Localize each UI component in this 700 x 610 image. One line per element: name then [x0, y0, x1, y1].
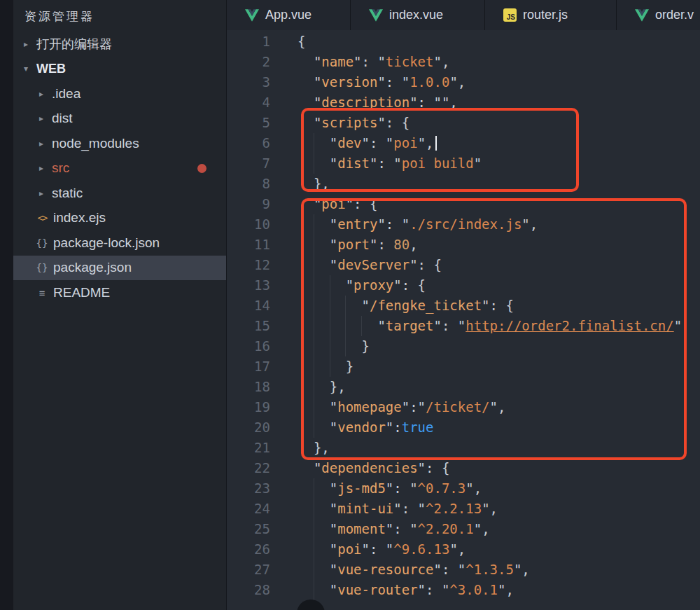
braces-icon: {}	[35, 262, 49, 273]
code-line-19[interactable]: 19 "homepage":"/ticket/",	[227, 397, 700, 417]
line-number: 22	[227, 458, 270, 478]
text-cursor	[435, 136, 437, 151]
tree-item-package-json[interactable]: {}package.json	[13, 256, 226, 281]
tree-item-readme[interactable]: ≡README	[13, 280, 226, 305]
line-number: 3	[227, 72, 270, 92]
item-label: dist	[52, 111, 73, 126]
chevron-right-icon: ▸	[35, 89, 48, 99]
code-line-1[interactable]: 1{	[227, 32, 700, 52]
code-text: "name": "ticket",	[270, 52, 449, 72]
item-label: 打开的编辑器	[36, 36, 112, 53]
tab-label: index.vue	[389, 8, 443, 22]
item-label: src	[52, 160, 69, 176]
code-line-15[interactable]: 15 "target": "http://order2.finalist.cn/…	[227, 316, 700, 336]
editor-content[interactable]: 1{2 "name": "ticket",3 "version": "1.0.0…	[227, 30, 700, 610]
tab-router-js[interactable]: JSrouter.js	[485, 0, 617, 30]
code-line-23[interactable]: 23 "js-md5": "^0.7.3",	[227, 478, 700, 499]
code-line-24[interactable]: 24 "mint-ui": "^2.2.13",	[227, 499, 700, 519]
indent-guide	[345, 296, 346, 356]
item-label: .idea	[52, 86, 80, 102]
code-line-16[interactable]: 16 }	[227, 336, 700, 356]
tab-label: order.v	[655, 8, 694, 22]
item-label: README	[53, 285, 110, 300]
section-open-editors[interactable]: ▸打开的编辑器	[13, 32, 226, 57]
line-number: 15	[227, 316, 270, 336]
code-line-26[interactable]: 26 "poi": "^9.6.13",	[227, 539, 700, 560]
code-text: "devServer": {	[270, 255, 442, 275]
code-line-20[interactable]: 20 "vendor":true	[227, 417, 700, 438]
tab-label: App.vue	[265, 8, 312, 22]
item-label: node_modules	[52, 136, 139, 151]
code-line-28[interactable]: 28 "vue-router": "^3.0.1",	[227, 580, 700, 600]
code-line-11[interactable]: 11 "port": 80,	[227, 235, 700, 255]
code-text: },	[270, 377, 346, 397]
bottom-circle-widget	[297, 599, 325, 610]
line-number: 1	[227, 32, 270, 52]
line-number: 21	[227, 438, 270, 458]
code-line-2[interactable]: 2 "name": "ticket",	[227, 52, 700, 72]
code-line-5[interactable]: 5 "scripts": {	[227, 113, 700, 133]
code-text: "homepage":"/ticket/",	[270, 397, 505, 417]
item-label: package.json	[53, 260, 132, 275]
chevron-right-icon: ▸	[35, 139, 48, 148]
indent-guide	[314, 133, 314, 174]
modified-dot-icon	[197, 164, 206, 173]
sidebar-title: 资源管理器	[13, 0, 226, 32]
code-line-8[interactable]: 8 },	[227, 174, 700, 194]
line-number: 13	[227, 275, 270, 296]
code-text: }	[270, 356, 354, 377]
code-text: }	[270, 336, 370, 356]
tree-item-static[interactable]: ▸static	[13, 181, 226, 206]
line-number: 24	[227, 499, 270, 519]
code-line-17[interactable]: 17 }	[227, 356, 700, 377]
tree-item-node-modules[interactable]: ▸node_modules	[13, 131, 226, 156]
line-number: 19	[227, 397, 270, 417]
line-number: 20	[227, 417, 270, 438]
code-line-6[interactable]: 6 "dev": "poi",	[227, 133, 700, 153]
code-line-3[interactable]: 3 "version": "1.0.0",	[227, 72, 700, 92]
line-number: 12	[227, 255, 270, 275]
line-number: 27	[227, 560, 270, 580]
tree-item-src[interactable]: ▸src	[13, 156, 226, 181]
explorer-sidebar: 资源管理器 ▸打开的编辑器▾WEB▸.idea▸dist▸node_module…	[13, 0, 226, 610]
line-number: 5	[227, 113, 270, 133]
code-text: },	[270, 174, 330, 194]
code-line-27[interactable]: 27 "vue-resource": "^1.3.5",	[227, 560, 700, 580]
line-number: 14	[227, 296, 270, 316]
tab-app-vue[interactable]: App.vue	[227, 0, 351, 30]
code-line-14[interactable]: 14 "/fengke_ticket": {	[227, 296, 700, 316]
tree-item-idea[interactable]: ▸.idea	[13, 81, 226, 106]
tree-item-index-ejs[interactable]: <>index.ejs	[13, 206, 226, 231]
code-line-4[interactable]: 4 "description": "",	[227, 92, 700, 113]
code-line-25[interactable]: 25 "moment": "^2.20.1",	[227, 519, 700, 539]
chevron-right-icon: ▸	[20, 39, 32, 49]
code-line-21[interactable]: 21 },	[227, 438, 700, 458]
tree-item-dist[interactable]: ▸dist	[13, 106, 226, 132]
code-text: "version": "1.0.0",	[270, 72, 465, 92]
angle-brackets-icon: <>	[35, 212, 49, 223]
code-line-7[interactable]: 7 "dist": "poi build"	[227, 153, 700, 174]
line-number: 9	[227, 194, 270, 214]
indent-guide	[330, 275, 330, 377]
braces-icon: {}	[35, 237, 49, 249]
item-label: static	[52, 186, 83, 201]
tab-order-v[interactable]: order.v	[617, 0, 700, 30]
section-web[interactable]: ▾WEB	[13, 57, 226, 82]
list-lines-icon: ≡	[35, 287, 49, 298]
code-line-18[interactable]: 18 },	[227, 377, 700, 397]
code-line-12[interactable]: 12 "devServer": {	[227, 255, 700, 275]
file-tree: ▸打开的编辑器▾WEB▸.idea▸dist▸node_modules▸src▸…	[13, 32, 226, 305]
code-line-22[interactable]: 22 "dependencies": {	[227, 458, 700, 478]
code-line-10[interactable]: 10 "entry": "./src/index.js",	[227, 214, 700, 235]
code-line-13[interactable]: 13 "proxy": {	[227, 275, 700, 296]
code-line-9[interactable]: 9 "poi": {	[227, 194, 700, 214]
chevron-right-icon: ▸	[35, 163, 48, 173]
tab-index-vue[interactable]: index.vue	[351, 0, 485, 30]
chevron-down-icon: ▾	[20, 64, 32, 74]
line-number: 11	[227, 235, 270, 255]
editor-area: App.vueindex.vueJSrouter.jsorder.v 1{2 "…	[226, 0, 700, 610]
tree-item-package-lock-json[interactable]: {}package-lock.json	[13, 230, 226, 256]
code-text: "vue-router": "^3.0.1",	[270, 580, 514, 600]
item-label: WEB	[36, 62, 66, 76]
item-label: index.ejs	[53, 210, 106, 226]
